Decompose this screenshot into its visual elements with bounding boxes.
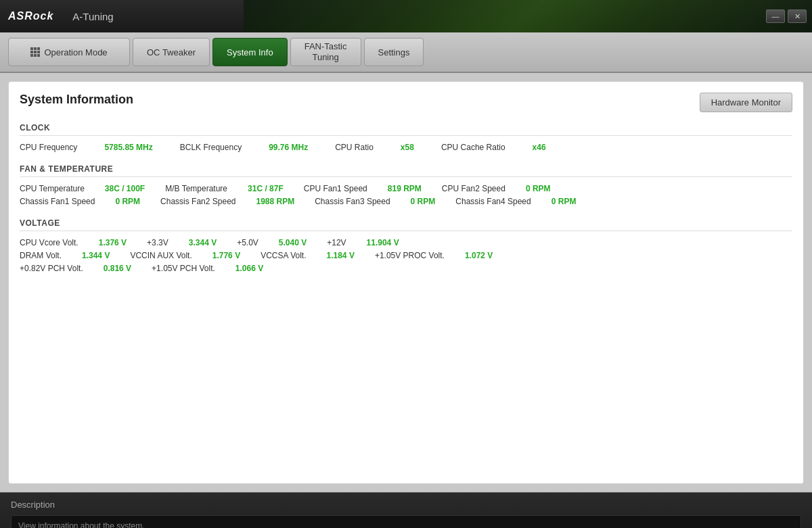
chassis-fan2-label: Chassis Fan2 Speed [160, 197, 235, 206]
clock-label: CLOCK [20, 123, 792, 136]
voltage-label: VOLTAGE [20, 218, 792, 231]
mb-temp-value: 31C / 87F [248, 184, 284, 193]
v12-value: 11.904 V [367, 238, 399, 247]
clock-row: CPU Frequency 5785.85 MHz BCLK Frequency… [20, 143, 792, 152]
cpu-freq-label: CPU Frequency [20, 143, 77, 152]
titlebar: ASRock A-Tuning — ✕ [0, 0, 812, 32]
close-button[interactable]: ✕ [788, 9, 807, 23]
chassis-fan1-label: Chassis Fan1 Speed [20, 197, 95, 206]
cpu-temp-label: CPU Temperature [20, 184, 85, 193]
sysinfo-panel: System Information Hardware Monitor CLOC… [8, 81, 804, 484]
navbar: Operation Mode OC Tweaker System Info FA… [0, 32, 812, 73]
v5-value: 5.040 V [279, 238, 307, 247]
description-title: Description [11, 500, 801, 510]
v105proc-value: 1.072 V [465, 251, 493, 260]
v105pch-label: +1.05V PCH Volt. [152, 264, 215, 273]
chassis-fan3-label: Chassis Fan3 Speed [315, 197, 390, 206]
fan-temp-row1: CPU Temperature 38C / 100F M/B Temperatu… [20, 184, 792, 193]
description-text: View information about the system. [11, 515, 801, 528]
cpu-fan2-label: CPU Fan2 Speed [442, 184, 505, 193]
fan-temp-section: FAN & TEMPERATURE CPU Temperature 38C / … [20, 164, 792, 206]
chassis-fan2-value: 1988 RPM [256, 197, 295, 206]
voltage-section: VOLTAGE CPU Vcore Volt. 1.376 V +3.3V 3.… [20, 218, 792, 273]
vccin-aux-label: VCCIN AUX Volt. [130, 251, 191, 260]
v105proc-label: +1.05V PROC Volt. [375, 251, 445, 260]
cpu-fan2-value: 0 RPM [526, 184, 551, 193]
v33-value: 3.344 V [189, 238, 217, 247]
tab-operation-mode[interactable]: Operation Mode [8, 38, 130, 66]
chassis-fan4-label: Chassis Fan4 Speed [455, 197, 531, 206]
bclk-value: 99.76 MHz [269, 143, 308, 152]
dram-volt-label: DRAM Volt. [20, 251, 62, 260]
dram-volt-value: 1.344 V [82, 251, 110, 260]
sysinfo-title: System Information [20, 93, 133, 107]
cpu-temp-value: 38C / 100F [105, 184, 145, 193]
minimize-button[interactable]: — [766, 9, 785, 23]
v5-label: +5.0V [237, 238, 258, 247]
window-controls: — ✕ [766, 9, 807, 23]
voltage-row1: CPU Vcore Volt. 1.376 V +3.3V 3.344 V +5… [20, 238, 792, 247]
cpu-ratio-label: CPU Ratio [335, 143, 374, 152]
chassis-fan1-value: 0 RPM [115, 197, 140, 206]
cpu-cache-ratio-value: x46 [533, 143, 546, 152]
cpu-freq-value: 5785.85 MHz [104, 143, 152, 152]
vccsa-value: 1.184 V [327, 251, 355, 260]
clock-section: CLOCK CPU Frequency 5785.85 MHz BCLK Fre… [20, 123, 792, 152]
chassis-fan3-value: 0 RPM [411, 197, 436, 206]
voltage-row2: DRAM Volt. 1.344 V VCCIN AUX Volt. 1.776… [20, 251, 792, 260]
tab-settings[interactable]: Settings [364, 38, 424, 66]
voltage-row3: +0.82V PCH Volt. 0.816 V +1.05V PCH Volt… [20, 264, 792, 273]
cpu-ratio-value: x58 [401, 143, 414, 152]
cpu-vcore-value: 1.376 V [99, 238, 127, 247]
tab-system-info[interactable]: System Info [212, 38, 288, 66]
sysinfo-header: System Information Hardware Monitor [20, 93, 792, 112]
v082pch-value: 0.816 V [104, 264, 131, 273]
titlebar-background [244, 0, 812, 32]
mb-temp-label: M/B Temperature [165, 184, 227, 193]
tab-oc-tweaker[interactable]: OC Tweaker [133, 38, 210, 66]
vccin-aux-value: 1.776 V [212, 251, 240, 260]
logo-area: ASRock [0, 10, 62, 22]
hardware-monitor-button[interactable]: Hardware Monitor [700, 93, 792, 112]
tab-oc-tweaker-label: OC Tweaker [147, 47, 196, 57]
fan-temp-label: FAN & TEMPERATURE [20, 164, 792, 177]
app-title: A-Tuning [72, 11, 113, 22]
tab-fan-tastic-label: FAN-TasticTuning [304, 41, 347, 62]
tab-settings-label: Settings [378, 47, 410, 57]
v105pch-value: 1.066 V [235, 264, 263, 273]
cpu-vcore-label: CPU Vcore Volt. [20, 238, 78, 247]
cpu-fan1-label: CPU Fan1 Speed [304, 184, 367, 193]
main-content: System Information Hardware Monitor CLOC… [0, 73, 812, 492]
description-bar: Description View information about the s… [0, 492, 812, 528]
bclk-label: BCLK Frequency [180, 143, 242, 152]
v082pch-label: +0.82V PCH Volt. [20, 264, 83, 273]
tab-system-info-label: System Info [227, 47, 273, 57]
v12-label: +12V [327, 238, 346, 247]
logo: ASRock [8, 10, 53, 22]
fan-temp-row2: Chassis Fan1 Speed 0 RPM Chassis Fan2 Sp… [20, 197, 792, 206]
cpu-cache-ratio-label: CPU Cache Ratio [441, 143, 505, 152]
grid-icon [30, 47, 40, 57]
cpu-fan1-value: 819 RPM [388, 184, 422, 193]
tab-operation-mode-label: Operation Mode [44, 47, 107, 57]
tab-fan-tastic[interactable]: FAN-TasticTuning [290, 38, 361, 66]
chassis-fan4-value: 0 RPM [551, 197, 577, 206]
v33-label: +3.3V [147, 238, 168, 247]
vccsa-label: VCCSA Volt. [261, 251, 306, 260]
